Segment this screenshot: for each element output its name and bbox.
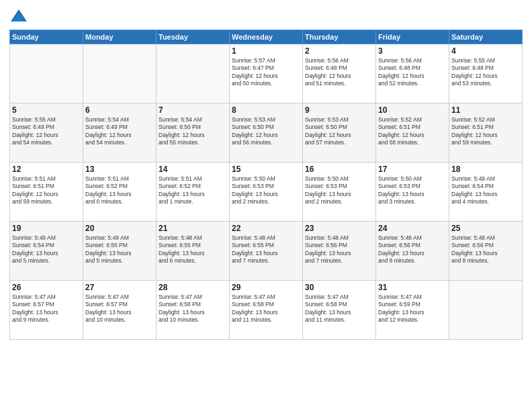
calendar-cell: 11Sunrise: 5:52 AM Sunset: 6:51 PM Dayli… bbox=[449, 103, 523, 163]
day-info: Sunrise: 5:54 AM Sunset: 6:49 PM Dayligh… bbox=[85, 116, 154, 147]
day-number: 1 bbox=[232, 46, 300, 56]
weekday-header: Sunday bbox=[10, 30, 83, 44]
day-number: 28 bbox=[159, 283, 227, 292]
calendar-cell: 30Sunrise: 5:47 AM Sunset: 6:58 PM Dayli… bbox=[303, 281, 376, 340]
day-number: 18 bbox=[451, 165, 520, 174]
calendar-cell: 12Sunrise: 5:51 AM Sunset: 6:51 PM Dayli… bbox=[10, 163, 83, 222]
day-info: Sunrise: 5:50 AM Sunset: 6:53 PM Dayligh… bbox=[378, 175, 447, 206]
calendar-cell: 28Sunrise: 5:47 AM Sunset: 6:58 PM Dayli… bbox=[157, 281, 230, 340]
weekday-header: Friday bbox=[376, 30, 449, 44]
day-info: Sunrise: 5:47 AM Sunset: 6:57 PM Dayligh… bbox=[85, 293, 154, 324]
calendar-week-row: 19Sunrise: 5:49 AM Sunset: 6:54 PM Dayli… bbox=[10, 222, 523, 281]
day-number: 13 bbox=[85, 165, 154, 174]
day-info: Sunrise: 5:49 AM Sunset: 6:55 PM Dayligh… bbox=[85, 234, 154, 265]
day-info: Sunrise: 5:48 AM Sunset: 6:55 PM Dayligh… bbox=[232, 234, 300, 265]
day-number: 17 bbox=[378, 165, 447, 174]
calendar-cell: 1Sunrise: 5:57 AM Sunset: 6:47 PM Daylig… bbox=[230, 44, 303, 103]
day-info: Sunrise: 5:50 AM Sunset: 6:53 PM Dayligh… bbox=[305, 175, 373, 206]
day-number: 31 bbox=[378, 283, 447, 292]
day-info: Sunrise: 5:56 AM Sunset: 6:48 PM Dayligh… bbox=[305, 57, 373, 88]
calendar-cell: 10Sunrise: 5:52 AM Sunset: 6:51 PM Dayli… bbox=[376, 103, 449, 163]
calendar-cell: 20Sunrise: 5:49 AM Sunset: 6:55 PM Dayli… bbox=[83, 222, 157, 281]
calendar-week-row: 1Sunrise: 5:57 AM Sunset: 6:47 PM Daylig… bbox=[10, 44, 523, 103]
calendar-cell: 19Sunrise: 5:49 AM Sunset: 6:54 PM Dayli… bbox=[10, 222, 83, 281]
day-info: Sunrise: 5:50 AM Sunset: 6:53 PM Dayligh… bbox=[232, 175, 300, 206]
calendar-cell: 16Sunrise: 5:50 AM Sunset: 6:53 PM Dayli… bbox=[303, 163, 376, 222]
calendar-cell: 15Sunrise: 5:50 AM Sunset: 6:53 PM Dayli… bbox=[230, 163, 303, 222]
calendar-cell bbox=[449, 281, 523, 340]
day-number: 14 bbox=[159, 165, 227, 174]
day-info: Sunrise: 5:47 AM Sunset: 6:58 PM Dayligh… bbox=[305, 293, 373, 324]
day-number: 11 bbox=[451, 105, 520, 115]
day-number: 30 bbox=[305, 283, 373, 292]
calendar-cell: 26Sunrise: 5:47 AM Sunset: 6:57 PM Dayli… bbox=[10, 281, 83, 340]
calendar-week-row: 26Sunrise: 5:47 AM Sunset: 6:57 PM Dayli… bbox=[10, 281, 523, 340]
day-info: Sunrise: 5:47 AM Sunset: 6:58 PM Dayligh… bbox=[159, 293, 227, 324]
day-info: Sunrise: 5:47 AM Sunset: 6:57 PM Dayligh… bbox=[12, 293, 81, 324]
calendar-cell: 3Sunrise: 5:56 AM Sunset: 6:48 PM Daylig… bbox=[376, 44, 449, 103]
day-number: 24 bbox=[378, 224, 447, 233]
day-number: 26 bbox=[12, 283, 81, 292]
logo-icon bbox=[9, 7, 28, 26]
calendar-cell: 29Sunrise: 5:47 AM Sunset: 6:58 PM Dayli… bbox=[230, 281, 303, 340]
calendar-cell: 4Sunrise: 5:55 AM Sunset: 6:48 PM Daylig… bbox=[449, 44, 523, 103]
day-number: 25 bbox=[451, 224, 520, 233]
day-number: 22 bbox=[232, 224, 300, 233]
weekday-header: Tuesday bbox=[157, 30, 230, 44]
day-number: 23 bbox=[305, 224, 373, 233]
day-number: 9 bbox=[305, 105, 373, 115]
logo bbox=[9, 7, 31, 26]
day-info: Sunrise: 5:55 AM Sunset: 6:49 PM Dayligh… bbox=[12, 116, 81, 147]
weekday-header: Saturday bbox=[449, 30, 523, 44]
calendar-cell: 6Sunrise: 5:54 AM Sunset: 6:49 PM Daylig… bbox=[83, 103, 157, 163]
day-info: Sunrise: 5:48 AM Sunset: 6:55 PM Dayligh… bbox=[159, 234, 227, 265]
calendar-cell: 22Sunrise: 5:48 AM Sunset: 6:55 PM Dayli… bbox=[230, 222, 303, 281]
calendar-cell: 5Sunrise: 5:55 AM Sunset: 6:49 PM Daylig… bbox=[10, 103, 83, 163]
header bbox=[9, 7, 523, 26]
calendar-cell: 21Sunrise: 5:48 AM Sunset: 6:55 PM Dayli… bbox=[157, 222, 230, 281]
day-info: Sunrise: 5:52 AM Sunset: 6:51 PM Dayligh… bbox=[451, 116, 520, 147]
day-number: 16 bbox=[305, 165, 373, 174]
calendar-cell: 13Sunrise: 5:51 AM Sunset: 6:52 PM Dayli… bbox=[83, 163, 157, 222]
weekday-header: Wednesday bbox=[230, 30, 303, 44]
calendar-cell: 24Sunrise: 5:48 AM Sunset: 6:56 PM Dayli… bbox=[376, 222, 449, 281]
calendar-cell: 18Sunrise: 5:49 AM Sunset: 6:54 PM Dayli… bbox=[449, 163, 523, 222]
day-number: 5 bbox=[12, 105, 81, 115]
day-info: Sunrise: 5:47 AM Sunset: 6:59 PM Dayligh… bbox=[378, 293, 447, 324]
day-info: Sunrise: 5:57 AM Sunset: 6:47 PM Dayligh… bbox=[232, 57, 300, 88]
day-info: Sunrise: 5:53 AM Sunset: 6:50 PM Dayligh… bbox=[232, 116, 300, 147]
day-info: Sunrise: 5:48 AM Sunset: 6:56 PM Dayligh… bbox=[378, 234, 447, 265]
day-number: 3 bbox=[378, 46, 447, 56]
calendar-cell: 8Sunrise: 5:53 AM Sunset: 6:50 PM Daylig… bbox=[230, 103, 303, 163]
day-number: 15 bbox=[232, 165, 300, 174]
day-number: 2 bbox=[305, 46, 373, 56]
weekday-header-row: SundayMondayTuesdayWednesdayThursdayFrid… bbox=[10, 30, 523, 44]
day-info: Sunrise: 5:54 AM Sunset: 6:50 PM Dayligh… bbox=[159, 116, 227, 147]
calendar-cell bbox=[10, 44, 83, 103]
day-number: 4 bbox=[451, 46, 520, 56]
day-info: Sunrise: 5:53 AM Sunset: 6:50 PM Dayligh… bbox=[305, 116, 373, 147]
day-number: 20 bbox=[85, 224, 154, 233]
day-info: Sunrise: 5:51 AM Sunset: 6:52 PM Dayligh… bbox=[159, 175, 227, 206]
calendar-cell: 27Sunrise: 5:47 AM Sunset: 6:57 PM Dayli… bbox=[83, 281, 157, 340]
page: SundayMondayTuesdayWednesdayThursdayFrid… bbox=[0, 0, 532, 411]
calendar-cell: 2Sunrise: 5:56 AM Sunset: 6:48 PM Daylig… bbox=[303, 44, 376, 103]
weekday-header: Monday bbox=[83, 30, 157, 44]
calendar-cell: 23Sunrise: 5:48 AM Sunset: 6:56 PM Dayli… bbox=[303, 222, 376, 281]
day-info: Sunrise: 5:51 AM Sunset: 6:51 PM Dayligh… bbox=[12, 175, 81, 206]
day-info: Sunrise: 5:49 AM Sunset: 6:54 PM Dayligh… bbox=[12, 234, 81, 265]
day-info: Sunrise: 5:49 AM Sunset: 6:54 PM Dayligh… bbox=[451, 175, 520, 206]
calendar-cell bbox=[83, 44, 157, 103]
calendar-cell: 25Sunrise: 5:48 AM Sunset: 6:56 PM Dayli… bbox=[449, 222, 523, 281]
day-info: Sunrise: 5:55 AM Sunset: 6:48 PM Dayligh… bbox=[451, 57, 520, 88]
calendar-cell: 14Sunrise: 5:51 AM Sunset: 6:52 PM Dayli… bbox=[157, 163, 230, 222]
day-number: 27 bbox=[85, 283, 154, 292]
day-info: Sunrise: 5:48 AM Sunset: 6:56 PM Dayligh… bbox=[305, 234, 373, 265]
day-info: Sunrise: 5:48 AM Sunset: 6:56 PM Dayligh… bbox=[451, 234, 520, 265]
calendar-week-row: 12Sunrise: 5:51 AM Sunset: 6:51 PM Dayli… bbox=[10, 163, 523, 222]
day-number: 7 bbox=[159, 105, 227, 115]
day-number: 10 bbox=[378, 105, 447, 115]
calendar-cell: 31Sunrise: 5:47 AM Sunset: 6:59 PM Dayli… bbox=[376, 281, 449, 340]
calendar-cell: 9Sunrise: 5:53 AM Sunset: 6:50 PM Daylig… bbox=[303, 103, 376, 163]
day-number: 6 bbox=[85, 105, 154, 115]
